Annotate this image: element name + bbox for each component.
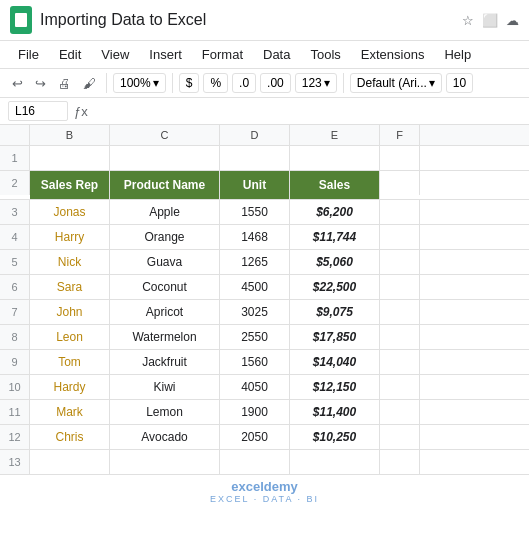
cell-d2[interactable]: Unit <box>220 171 290 199</box>
cell-f13[interactable] <box>380 450 420 474</box>
cell-f12[interactable] <box>380 425 420 449</box>
cell-e3[interactable]: $6,200 <box>290 200 380 224</box>
cell-c3[interactable]: Apple <box>110 200 220 224</box>
menu-help[interactable]: Help <box>436 43 479 66</box>
cell-c6[interactable]: Coconut <box>110 275 220 299</box>
col-header-e[interactable]: E <box>290 125 380 145</box>
menu-insert[interactable]: Insert <box>141 43 190 66</box>
cell-c4[interactable]: Orange <box>110 225 220 249</box>
menu-data[interactable]: Data <box>255 43 298 66</box>
cell-b12[interactable]: Chris <box>30 425 110 449</box>
cell-b6[interactable]: Sara <box>30 275 110 299</box>
row-num-12: 12 <box>0 425 30 449</box>
cell-d4[interactable]: 1468 <box>220 225 290 249</box>
cell-f7[interactable] <box>380 300 420 324</box>
cell-b13[interactable] <box>30 450 110 474</box>
cell-f1[interactable] <box>380 146 420 170</box>
cell-c11[interactable]: Lemon <box>110 400 220 424</box>
cell-c8[interactable]: Watermelon <box>110 325 220 349</box>
cell-b8[interactable]: Leon <box>30 325 110 349</box>
cell-d8[interactable]: 2550 <box>220 325 290 349</box>
menu-file[interactable]: File <box>10 43 47 66</box>
cell-b10[interactable]: Hardy <box>30 375 110 399</box>
redo-button[interactable]: ↪ <box>31 74 50 93</box>
cell-d9[interactable]: 1560 <box>220 350 290 374</box>
currency-button[interactable]: $ <box>179 73 200 93</box>
cell-c5[interactable]: Guava <box>110 250 220 274</box>
format123-button[interactable]: 123 ▾ <box>295 73 337 93</box>
zoom-control[interactable]: 100% ▾ <box>113 73 166 93</box>
col-header-b[interactable]: B <box>30 125 110 145</box>
cell-c10[interactable]: Kiwi <box>110 375 220 399</box>
spreadsheet: B C D E F 1 2 Sales Rep Product Name Uni… <box>0 125 529 475</box>
cell-c7[interactable]: Apricot <box>110 300 220 324</box>
menu-format[interactable]: Format <box>194 43 251 66</box>
cell-f8[interactable] <box>380 325 420 349</box>
cell-e7[interactable]: $9,075 <box>290 300 380 324</box>
cell-b3[interactable]: Jonas <box>30 200 110 224</box>
cell-c1[interactable] <box>110 146 220 170</box>
cell-e13[interactable] <box>290 450 380 474</box>
col-header-c[interactable]: C <box>110 125 220 145</box>
table-row: 9 Tom Jackfruit 1560 $14,040 <box>0 350 529 375</box>
cell-e5[interactable]: $5,060 <box>290 250 380 274</box>
percent-button[interactable]: % <box>203 73 228 93</box>
bookmark-icon[interactable]: ⬜ <box>482 13 498 28</box>
cell-d5[interactable]: 1265 <box>220 250 290 274</box>
cell-f3[interactable] <box>380 200 420 224</box>
cell-c12[interactable]: Avocado <box>110 425 220 449</box>
decimal1-button[interactable]: .0 <box>232 73 256 93</box>
cell-f11[interactable] <box>380 400 420 424</box>
menu-extensions[interactable]: Extensions <box>353 43 433 66</box>
cell-b2[interactable]: Sales Rep <box>30 171 110 199</box>
cell-b9[interactable]: Tom <box>30 350 110 374</box>
cell-d10[interactable]: 4050 <box>220 375 290 399</box>
font-size[interactable]: 10 <box>446 73 473 93</box>
print-button[interactable]: 🖨 <box>54 74 75 93</box>
menu-tools[interactable]: Tools <box>302 43 348 66</box>
cell-e11[interactable]: $11,400 <box>290 400 380 424</box>
cell-d6[interactable]: 4500 <box>220 275 290 299</box>
cell-d3[interactable]: 1550 <box>220 200 290 224</box>
formula-input[interactable] <box>94 102 521 121</box>
font-chevron: ▾ <box>429 76 435 90</box>
cell-b4[interactable]: Harry <box>30 225 110 249</box>
cell-e9[interactable]: $14,040 <box>290 350 380 374</box>
cell-f6[interactable] <box>380 275 420 299</box>
cell-e12[interactable]: $10,250 <box>290 425 380 449</box>
cell-b7[interactable]: John <box>30 300 110 324</box>
cell-d13[interactable] <box>220 450 290 474</box>
cell-b1[interactable] <box>30 146 110 170</box>
decimal2-button[interactable]: .00 <box>260 73 291 93</box>
menu-edit[interactable]: Edit <box>51 43 89 66</box>
cloud-icon[interactable]: ☁ <box>506 13 519 28</box>
cell-b5[interactable]: Nick <box>30 250 110 274</box>
cell-f10[interactable] <box>380 375 420 399</box>
cell-e1[interactable] <box>290 146 380 170</box>
cell-d1[interactable] <box>220 146 290 170</box>
cell-e6[interactable]: $22,500 <box>290 275 380 299</box>
cell-e10[interactable]: $12,150 <box>290 375 380 399</box>
font-selector[interactable]: Default (Ari... ▾ <box>350 73 442 93</box>
paint-format-button[interactable]: 🖌 <box>79 74 100 93</box>
cell-d7[interactable]: 3025 <box>220 300 290 324</box>
cell-f2[interactable] <box>380 171 420 195</box>
cell-d12[interactable]: 2050 <box>220 425 290 449</box>
col-header-d[interactable]: D <box>220 125 290 145</box>
cell-f5[interactable] <box>380 250 420 274</box>
col-header-f[interactable]: F <box>380 125 420 145</box>
cell-e2[interactable]: Sales <box>290 171 380 199</box>
star-icon[interactable]: ☆ <box>462 13 474 28</box>
cell-c2[interactable]: Product Name <box>110 171 220 199</box>
cell-c9[interactable]: Jackfruit <box>110 350 220 374</box>
cell-f4[interactable] <box>380 225 420 249</box>
menu-view[interactable]: View <box>93 43 137 66</box>
cell-e4[interactable]: $11,744 <box>290 225 380 249</box>
cell-c13[interactable] <box>110 450 220 474</box>
cell-f9[interactable] <box>380 350 420 374</box>
cell-reference[interactable]: L16 <box>8 101 68 121</box>
undo-button[interactable]: ↩ <box>8 74 27 93</box>
cell-b11[interactable]: Mark <box>30 400 110 424</box>
cell-d11[interactable]: 1900 <box>220 400 290 424</box>
cell-e8[interactable]: $17,850 <box>290 325 380 349</box>
